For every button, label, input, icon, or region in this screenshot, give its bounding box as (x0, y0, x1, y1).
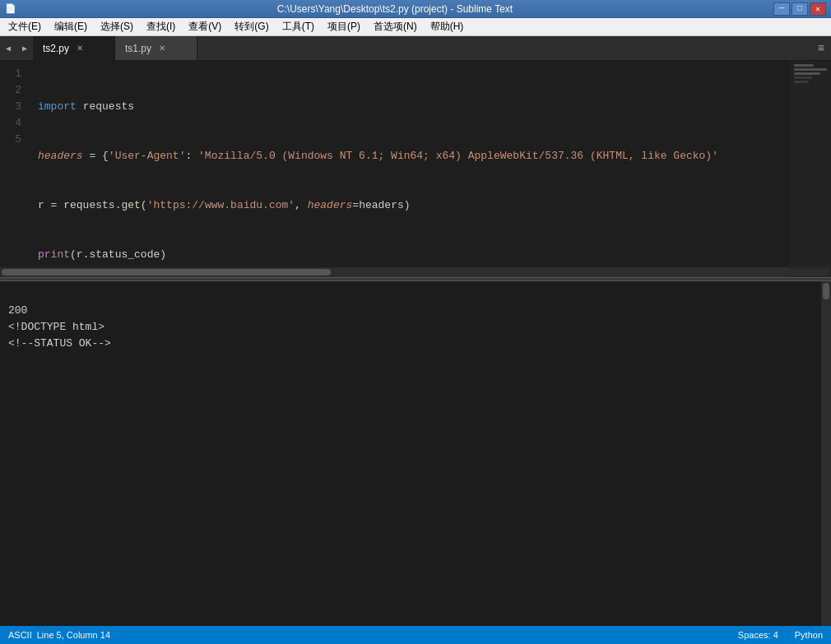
output-area: 200 <!DOCTYPE html> <!--STATUS OK--> (0, 281, 831, 626)
menu-project[interactable]: 项目(P) (321, 18, 367, 35)
tab-ts1py[interactable]: ts1.py ✕ (115, 36, 197, 60)
tab-ts2py[interactable]: ts2.py ✕ (33, 36, 115, 60)
tab-ts1py-label: ts1.py (125, 43, 151, 54)
menu-view[interactable]: 查看(V) (182, 18, 228, 35)
window-title: C:\Users\Yang\Desktop\ts2.py (project) -… (16, 3, 773, 15)
scrollbar-thumb[interactable] (2, 269, 331, 276)
output-status-ok: <!--STATUS OK--> (8, 337, 111, 350)
tab-nav-right[interactable]: ▶ (16, 36, 33, 60)
tab-ts1py-close[interactable]: ✕ (156, 43, 168, 54)
scrollbar-track[interactable] (2, 269, 829, 276)
output-text: 200 <!DOCTYPE html> <!--STATUS OK--> (0, 281, 831, 626)
tab-ts2py-label: ts2.py (43, 43, 69, 54)
menu-preferences[interactable]: 首选项(N) (367, 18, 424, 35)
menu-find[interactable]: 查找(I) (140, 18, 182, 35)
maximize-button[interactable]: □ (792, 2, 808, 16)
menu-select[interactable]: 选择(S) (94, 18, 140, 35)
line-numbers: 1 2 3 4 5 (0, 61, 30, 267)
minimap (790, 61, 831, 267)
close-button[interactable]: ✕ (810, 2, 826, 16)
menu-tools[interactable]: 工具(T) (276, 18, 321, 35)
output-doctype: <!DOCTYPE html> (8, 321, 104, 333)
status-position: Line 5, Column 14 (37, 630, 110, 640)
menu-edit[interactable]: 编辑(E) (48, 18, 94, 35)
menu-help[interactable]: 帮助(H) (424, 18, 471, 35)
minimize-button[interactable]: ─ (773, 2, 790, 16)
window-controls: ─ □ ✕ (773, 2, 826, 16)
tab-menu-button[interactable]: ≡ (811, 36, 831, 60)
code-content[interactable]: import requests headers = {'User-Agent':… (30, 61, 831, 267)
output-scrollbar-thumb[interactable] (823, 283, 829, 299)
title-bar: 📄 C:\Users\Yang\Desktop\ts2.py (project)… (0, 0, 831, 18)
status-right: Spaces: 4 Python (738, 630, 823, 640)
menu-file[interactable]: 文件(E) (2, 18, 48, 35)
tab-ts2py-close[interactable]: ✕ (74, 43, 86, 54)
status-bar: ASCII Line 5, Column 14 Spaces: 4 Python (0, 626, 831, 644)
editor-area[interactable]: 1 2 3 4 5 import requests headers = {'Us… (0, 61, 831, 277)
status-spaces: Spaces: 4 (738, 630, 778, 640)
status-left: ASCII Line 5, Column 14 (8, 630, 110, 640)
output-content-area[interactable]: 200 <!DOCTYPE html> <!--STATUS OK--> (0, 281, 831, 626)
output-status-code: 200 (8, 304, 27, 317)
menu-bar: 文件(E) 编辑(E) 选择(S) 查找(I) 查看(V) 转到(G) 工具(T… (0, 18, 831, 36)
status-language: Python (795, 630, 823, 640)
status-encoding: ASCII (8, 630, 32, 640)
tab-bar: ◀ ▶ ts2.py ✕ ts1.py ✕ ≡ (0, 36, 831, 61)
tab-nav-left[interactable]: ◀ (0, 36, 16, 60)
editor-horizontal-scrollbar[interactable] (0, 267, 831, 277)
output-vertical-scrollbar[interactable] (821, 281, 831, 626)
menu-goto[interactable]: 转到(G) (228, 18, 275, 35)
